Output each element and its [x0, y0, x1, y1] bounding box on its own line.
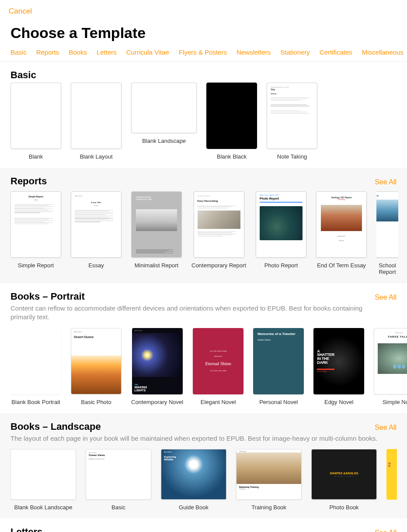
template-label: Basic Photo — [81, 399, 111, 405]
template-label: End Of Term Essay — [317, 262, 366, 269]
template-label: Minimalist Report — [135, 262, 178, 269]
template-thumb — [10, 328, 61, 394]
section-title: Basic — [10, 69, 36, 81]
section-title: Letters — [10, 526, 42, 532]
template-school-report[interactable]: A Voyage to School Report — [376, 191, 398, 275]
tab-certificates[interactable]: Certificates — [320, 48, 352, 56]
section-desc: The layout of each page in your book wil… — [10, 434, 407, 443]
template-label: Personal Novel — [259, 399, 298, 405]
template-blank-book-landscape[interactable]: Blank Book Landscape — [10, 449, 76, 511]
template-thumb: Author Name Desert Dunes — [71, 328, 122, 394]
template-simple-novel[interactable]: Author Name THREE TALES Simple Novel — [374, 328, 407, 405]
template-partial[interactable]: StR: — [386, 449, 397, 500]
section-title: Books – Landscape — [10, 421, 101, 432]
template-thumb: Simple Report Subtitle — [10, 191, 61, 258]
category-tabs: Basic Reports Books Letters Curricula Vi… — [0, 48, 407, 62]
section-books-portrait: Books – Portrait See All Content can ref… — [0, 283, 407, 413]
template-label: Simple Novel — [383, 399, 407, 405]
template-label: Essay — [88, 262, 104, 269]
template-thumb: Author Name Ocean Views Highlights From … — [86, 449, 151, 500]
template-label: Basic — [111, 504, 125, 511]
tab-newsletters[interactable]: Newsletters — [237, 48, 271, 56]
template-simple-report[interactable]: Simple Report Subtitle Simple Report — [10, 191, 61, 275]
template-elegant-novel[interactable]: Tap or click to add a heading Author Nam… — [193, 328, 244, 405]
template-label: Simple Report — [18, 262, 54, 269]
tab-reports[interactable]: Reports — [36, 48, 59, 56]
template-blank-book-portrait[interactable]: Blank Book Portrait — [10, 328, 61, 405]
template-thumb: ORGANIC FORMSIN ARCHITECTURE — [131, 191, 182, 258]
section-title: Reports — [10, 176, 47, 187]
template-contemporary-novel[interactable]: Author Name THE WAKING LIGHTS Contempora… — [131, 328, 183, 405]
template-guide-book[interactable]: Author Name ExploringWildlife Guide Book — [161, 449, 226, 511]
template-thumb: Author Name Essay Title Subtitle — [71, 191, 122, 258]
tab-flyers[interactable]: Flyers & Posters — [179, 48, 227, 56]
template-label: Contemporary Report — [191, 262, 246, 269]
template-photo-book[interactable]: SHAPES &ANGLES ARCHITECTURAL PHOTOGRAPHY… — [311, 449, 377, 511]
template-thumb — [131, 83, 197, 133]
template-thumb: Author Name THREE TALES — [374, 328, 407, 394]
template-basic-landscape[interactable]: Author Name Ocean Views Highlights From … — [86, 449, 151, 511]
see-all-reports[interactable]: See All — [375, 178, 397, 186]
template-edgy-novel[interactable]: A SHATTER IN THE DARK AUTHOR NAME Edgy N… — [313, 328, 364, 405]
template-thumb: A SHATTER IN THE DARK AUTHOR NAME — [313, 328, 364, 394]
template-label: Blank — [29, 153, 43, 160]
template-thumb: 2020 Edition Bakeshop Training The Basic… — [236, 449, 302, 500]
tab-books[interactable]: Books — [69, 48, 87, 56]
template-blank[interactable]: Blank — [10, 83, 61, 160]
template-label: Edgy Novel — [324, 399, 353, 405]
section-title: Books – Portrait — [10, 291, 85, 302]
template-thumb: Memories of a Traveler Author Name — [253, 328, 304, 394]
template-label: Photo Report — [264, 262, 298, 269]
template-essay[interactable]: Author Name Essay Title Subtitle Essay — [71, 191, 122, 275]
see-all-books-landscape[interactable]: See All — [375, 424, 397, 432]
template-blank-landscape[interactable]: Blank Landscape — [131, 83, 197, 160]
template-contemporary-report[interactable]: Simple Home Styling Easy Decorating Cont… — [191, 191, 246, 275]
template-label: School Report — [376, 262, 398, 275]
section-desc: Content can reflow to accommodate differ… — [10, 304, 407, 322]
template-minimalist-report[interactable]: ORGANIC FORMSIN ARCHITECTURE Minimalist … — [131, 191, 182, 275]
tab-basic[interactable]: Basic — [10, 48, 27, 56]
template-thumb: A Voyage to — [376, 191, 398, 258]
template-thumb: Author Name • April 8, 2020 Photo Report — [256, 191, 306, 258]
template-thumb — [206, 83, 257, 149]
template-label: Photo Book — [329, 504, 358, 511]
template-photo-report[interactable]: Author Name • April 8, 2020 Photo Report… — [256, 191, 306, 275]
see-all-books-portrait[interactable]: See All — [375, 294, 397, 301]
template-label: Elegant Novel — [201, 399, 236, 405]
see-all-letters[interactable]: See All — [375, 529, 397, 532]
template-basic-photo[interactable]: Author Name Desert Dunes Basic Photo — [71, 328, 122, 405]
section-books-landscape: Books – Landscape See All The layout of … — [0, 413, 407, 518]
template-thumb: Wednesday, February 19, 2014 Title Schoo… — [267, 83, 317, 149]
template-thumb: Geology 101 Report Subheading Author Nam… — [316, 191, 367, 258]
tab-letters[interactable]: Letters — [97, 48, 117, 56]
template-thumb — [10, 83, 61, 149]
template-thumb — [10, 449, 76, 500]
section-basic: Basic Blank Blank Layout Blank Landscape… — [0, 62, 407, 168]
tab-cv[interactable]: Curricula Vitae — [126, 48, 169, 56]
template-label: Blank Landscape — [142, 138, 186, 144]
tab-stationery[interactable]: Stationery — [280, 48, 310, 56]
template-label: Blank Book Landscape — [14, 504, 73, 511]
section-letters: Letters See All Sender Name Sender Name … — [0, 518, 407, 532]
template-thumb: SHAPES &ANGLES ARCHITECTURAL PHOTOGRAPHY — [311, 449, 377, 500]
template-label: Guide Book — [179, 504, 209, 511]
template-training-book[interactable]: 2020 Edition Bakeshop Training The Basic… — [236, 449, 302, 511]
template-thumb — [71, 83, 122, 149]
page-title: Choose a Template — [10, 24, 397, 41]
template-label: Blank Black — [217, 153, 247, 160]
template-thumb: Author Name THE WAKING LIGHTS — [132, 328, 183, 394]
template-personal-novel[interactable]: Memories of a Traveler Author Name Perso… — [253, 328, 304, 405]
template-thumb: Tap or click to add a heading Author Nam… — [193, 328, 244, 394]
cancel-button[interactable]: Cancel — [9, 7, 32, 16]
template-note-taking[interactable]: Wednesday, February 19, 2014 Title Schoo… — [267, 83, 317, 160]
template-label: Note Taking — [277, 153, 307, 160]
tab-misc[interactable]: Miscellaneous — [362, 48, 404, 56]
template-blank-layout[interactable]: Blank Layout — [71, 83, 122, 160]
section-reports: Reports See All Simple Report Subtitle S… — [0, 168, 407, 283]
template-thumb: Simple Home Styling Easy Decorating — [194, 191, 244, 258]
template-label: Training Book — [251, 504, 286, 511]
template-label: Blank Book Portrait — [11, 399, 60, 405]
template-end-of-term[interactable]: Geology 101 Report Subheading Author Nam… — [316, 191, 367, 275]
template-label: Contemporary Novel — [131, 399, 183, 405]
template-blank-black[interactable]: Blank Black — [206, 83, 257, 160]
